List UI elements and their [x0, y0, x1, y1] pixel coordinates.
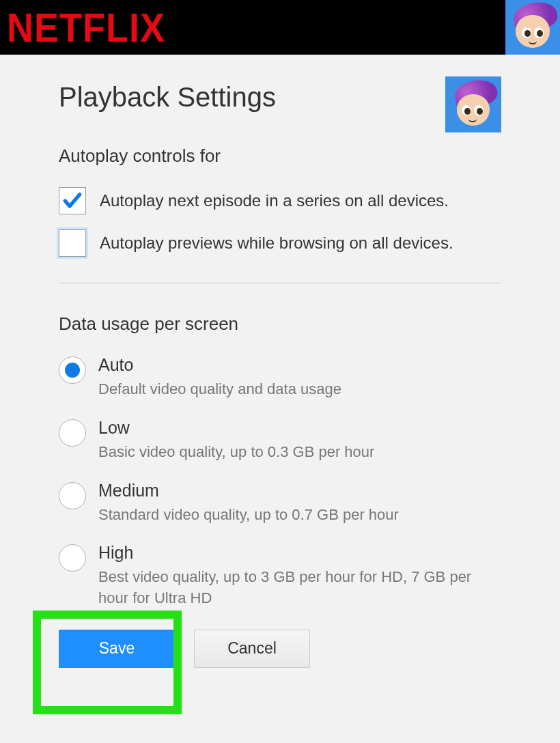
autoplay-next-episode-checkbox[interactable] [59, 187, 86, 214]
data-usage-section-title: Data usage per screen [59, 313, 501, 335]
data-usage-auto-row: Auto Default video quality and data usag… [59, 355, 501, 400]
top-bar: NETFLIX [0, 0, 560, 55]
profile-avatar-icon [445, 76, 501, 132]
data-usage-medium-row: Medium Standard video quality, up to 0.7… [59, 481, 501, 526]
data-usage-low-label: Low [98, 418, 501, 438]
autoplay-previews-checkbox[interactable] [59, 229, 86, 257]
data-usage-high-row: High Best video quality, up to 3 GB per … [59, 543, 501, 609]
data-usage-medium-label: Medium [98, 481, 501, 501]
save-button[interactable]: Save [59, 630, 175, 668]
checkmark-icon [61, 190, 83, 212]
data-usage-auto-radio[interactable] [59, 356, 86, 384]
autoplay-previews-label: Autoplay previews while browsing on all … [100, 234, 453, 253]
data-usage-medium-desc: Standard video quality, up to 0.7 GB per… [98, 505, 501, 526]
data-usage-auto-label: Auto [98, 355, 501, 375]
data-usage-low-desc: Basic video quality, up to 0.3 GB per ho… [98, 442, 501, 463]
data-usage-high-radio[interactable] [59, 544, 86, 572]
netflix-logo[interactable]: NETFLIX [7, 4, 165, 51]
divider [59, 283, 501, 283]
data-usage-high-label: High [98, 543, 501, 563]
button-row: Save Cancel [59, 630, 501, 668]
data-usage-low-row: Low Basic video quality, up to 0.3 GB pe… [59, 418, 501, 463]
data-usage-low-radio[interactable] [59, 419, 86, 447]
data-usage-auto-desc: Default video quality and data usage [98, 379, 501, 400]
autoplay-section-title: Autoplay controls for [59, 145, 501, 167]
data-usage-high-desc: Best video quality, up to 3 GB per hour … [98, 567, 501, 609]
page-title: Playback Settings [59, 82, 276, 113]
cancel-button[interactable]: Cancel [194, 630, 310, 668]
autoplay-next-episode-label: Autoplay next episode in a series on all… [100, 191, 449, 210]
autoplay-previews-row: Autoplay previews while browsing on all … [59, 229, 501, 257]
data-usage-medium-radio[interactable] [59, 482, 86, 509]
profile-avatar-top[interactable] [505, 0, 560, 55]
main-content: Playback Settings Autoplay controls for … [0, 55, 560, 743]
autoplay-next-episode-row: Autoplay next episode in a series on all… [59, 187, 501, 214]
